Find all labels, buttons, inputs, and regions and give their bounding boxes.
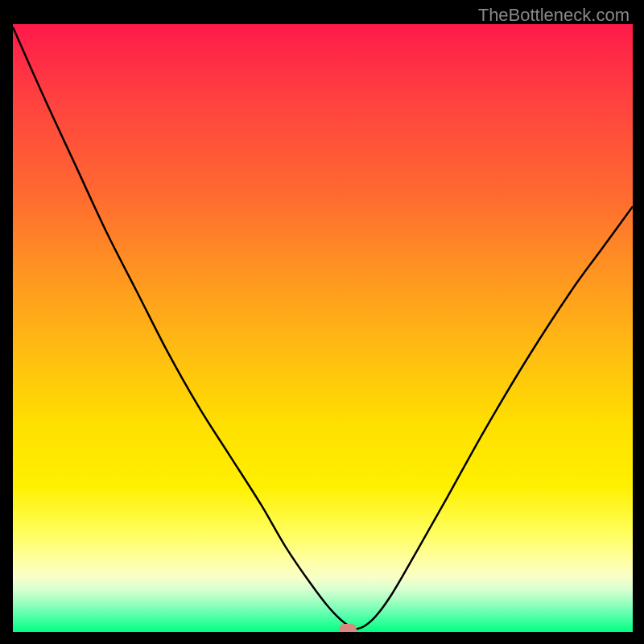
- optimal-point-marker: [339, 624, 357, 632]
- chart-container: [13, 24, 633, 632]
- watermark-text: TheBottleneck.com: [478, 5, 630, 26]
- curve-path: [13, 27, 633, 630]
- bottleneck-curve: [13, 24, 633, 632]
